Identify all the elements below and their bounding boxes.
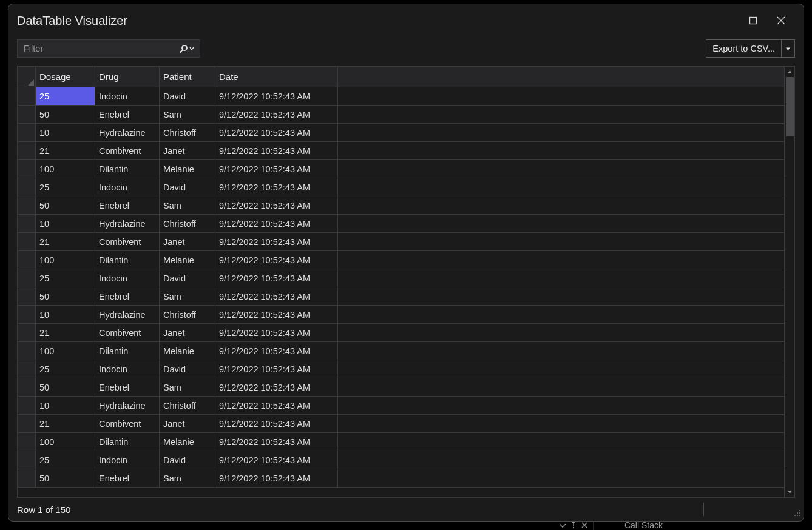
filter-search-button[interactable]: [173, 40, 200, 57]
cell-dosage[interactable]: 100: [36, 160, 95, 178]
cell-drug[interactable]: Hydralazine: [95, 124, 160, 142]
row-header[interactable]: [18, 87, 36, 106]
cell-dosage[interactable]: 100: [36, 433, 95, 451]
row-header[interactable]: [18, 233, 36, 251]
row-header[interactable]: [18, 269, 36, 287]
cell-date[interactable]: 9/12/2022 10:52:43 AM: [215, 342, 338, 360]
cell-date[interactable]: 9/12/2022 10:52:43 AM: [215, 433, 338, 451]
cell-dosage[interactable]: 100: [36, 251, 95, 269]
cell-dosage[interactable]: 25: [36, 360, 95, 378]
row-header[interactable]: [18, 324, 36, 342]
cell-dosage[interactable]: 25: [36, 178, 95, 196]
cell-date[interactable]: 9/12/2022 10:52:43 AM: [215, 360, 338, 378]
cell-drug[interactable]: Dilantin: [95, 433, 160, 451]
cell-date[interactable]: 9/12/2022 10:52:43 AM: [215, 196, 338, 215]
cell-drug[interactable]: Indocin: [95, 87, 160, 106]
cell-drug[interactable]: Combivent: [95, 415, 160, 433]
column-header-dosage[interactable]: Dosage: [36, 67, 95, 87]
row-header[interactable]: [18, 142, 36, 160]
row-header[interactable]: [18, 378, 36, 397]
cell-patient[interactable]: Janet: [160, 324, 215, 342]
cell-patient[interactable]: David: [160, 269, 215, 287]
row-header[interactable]: [18, 433, 36, 451]
column-header-date[interactable]: Date: [215, 67, 338, 87]
cell-date[interactable]: 9/12/2022 10:52:43 AM: [215, 178, 338, 196]
cell-drug[interactable]: Dilantin: [95, 160, 160, 178]
cell-dosage[interactable]: 21: [36, 415, 95, 433]
cell-patient[interactable]: Janet: [160, 233, 215, 251]
cell-date[interactable]: 9/12/2022 10:52:43 AM: [215, 306, 338, 324]
scroll-down-button[interactable]: [785, 487, 795, 497]
cell-patient[interactable]: Melanie: [160, 342, 215, 360]
cell-dosage[interactable]: 50: [36, 196, 95, 215]
cell-dosage[interactable]: 25: [36, 269, 95, 287]
cell-dosage[interactable]: 21: [36, 324, 95, 342]
row-header[interactable]: [18, 106, 36, 124]
filter-input[interactable]: [18, 44, 173, 53]
cell-dosage[interactable]: 50: [36, 106, 95, 124]
resize-grip[interactable]: [793, 508, 801, 518]
row-header[interactable]: [18, 469, 36, 488]
cell-patient[interactable]: David: [160, 178, 215, 196]
row-header[interactable]: [18, 397, 36, 415]
cell-dosage[interactable]: 21: [36, 233, 95, 251]
row-header[interactable]: [18, 215, 36, 233]
export-button[interactable]: Export to CSV...: [706, 39, 795, 58]
cell-dosage[interactable]: 50: [36, 469, 95, 488]
cell-patient[interactable]: Melanie: [160, 251, 215, 269]
row-header[interactable]: [18, 360, 36, 378]
cell-drug[interactable]: Indocin: [95, 451, 160, 469]
cell-patient[interactable]: Sam: [160, 287, 215, 306]
cell-drug[interactable]: Dilantin: [95, 251, 160, 269]
cell-drug[interactable]: Enebrel: [95, 287, 160, 306]
cell-dosage[interactable]: 10: [36, 397, 95, 415]
row-header[interactable]: [18, 251, 36, 269]
cell-date[interactable]: 9/12/2022 10:52:43 AM: [215, 287, 338, 306]
cell-drug[interactable]: Enebrel: [95, 378, 160, 397]
cell-drug[interactable]: Hydralazine: [95, 215, 160, 233]
cell-patient[interactable]: Sam: [160, 196, 215, 215]
cell-patient[interactable]: David: [160, 360, 215, 378]
cell-patient[interactable]: Sam: [160, 469, 215, 488]
cell-date[interactable]: 9/12/2022 10:52:43 AM: [215, 269, 338, 287]
row-header[interactable]: [18, 124, 36, 142]
vertical-scrollbar[interactable]: [784, 67, 794, 497]
cell-patient[interactable]: Christoff: [160, 397, 215, 415]
cell-drug[interactable]: Enebrel: [95, 469, 160, 488]
cell-dosage[interactable]: 10: [36, 306, 95, 324]
cell-drug[interactable]: Enebrel: [95, 196, 160, 215]
cell-date[interactable]: 9/12/2022 10:52:43 AM: [215, 106, 338, 124]
cell-dosage[interactable]: 25: [36, 87, 95, 106]
cell-drug[interactable]: Combivent: [95, 233, 160, 251]
cell-date[interactable]: 9/12/2022 10:52:43 AM: [215, 469, 338, 488]
cell-drug[interactable]: Enebrel: [95, 106, 160, 124]
cell-drug[interactable]: Hydralazine: [95, 306, 160, 324]
cell-patient[interactable]: Melanie: [160, 160, 215, 178]
row-header[interactable]: [18, 342, 36, 360]
cell-patient[interactable]: Christoff: [160, 215, 215, 233]
row-header[interactable]: [18, 196, 36, 215]
cell-patient[interactable]: Janet: [160, 142, 215, 160]
row-header[interactable]: [18, 160, 36, 178]
column-header-patient[interactable]: Patient: [160, 67, 215, 87]
cell-date[interactable]: 9/12/2022 10:52:43 AM: [215, 251, 338, 269]
cell-patient[interactable]: Christoff: [160, 306, 215, 324]
cell-dosage[interactable]: 50: [36, 378, 95, 397]
row-header[interactable]: [18, 306, 36, 324]
scrollbar-thumb[interactable]: [786, 77, 794, 136]
cell-patient[interactable]: Christoff: [160, 124, 215, 142]
cell-date[interactable]: 9/12/2022 10:52:43 AM: [215, 160, 338, 178]
cell-patient[interactable]: Sam: [160, 378, 215, 397]
cell-date[interactable]: 9/12/2022 10:52:43 AM: [215, 215, 338, 233]
cell-date[interactable]: 9/12/2022 10:52:43 AM: [215, 233, 338, 251]
cell-drug[interactable]: Indocin: [95, 269, 160, 287]
row-header[interactable]: [18, 415, 36, 433]
cell-date[interactable]: 9/12/2022 10:52:43 AM: [215, 142, 338, 160]
cell-patient[interactable]: David: [160, 87, 215, 106]
cell-drug[interactable]: Hydralazine: [95, 397, 160, 415]
cell-date[interactable]: 9/12/2022 10:52:43 AM: [215, 415, 338, 433]
cell-date[interactable]: 9/12/2022 10:52:43 AM: [215, 378, 338, 397]
cell-dosage[interactable]: 25: [36, 451, 95, 469]
cell-dosage[interactable]: 10: [36, 124, 95, 142]
cell-drug[interactable]: Indocin: [95, 360, 160, 378]
